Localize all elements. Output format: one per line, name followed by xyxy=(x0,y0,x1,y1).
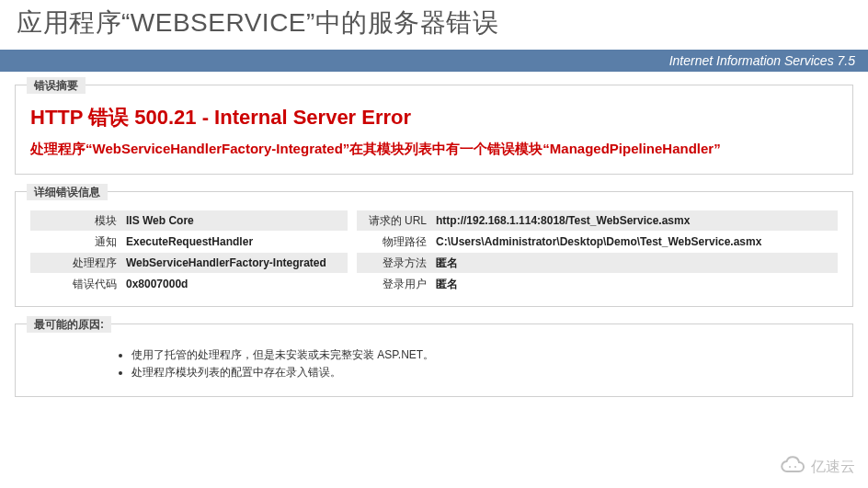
kv-value: ExecuteRequestHandler xyxy=(122,232,348,252)
page-title: 应用程序“WEBSERVICE”中的服务器错误 xyxy=(17,6,851,40)
list-item: 处理程序模块列表的配置中存在录入错误。 xyxy=(131,364,838,381)
error-subtitle: 处理程序“WebServiceHandlerFactory-Integrated… xyxy=(30,139,838,159)
kv-row-notification: 通知 ExecuteRequestHandler xyxy=(30,232,348,252)
kv-value: C:\Users\Administrator\Desktop\Demo\Test… xyxy=(432,232,838,252)
causes-list: 使用了托管的处理程序，但是未安装或未完整安装 ASP.NET。 处理程序模块列表… xyxy=(30,346,838,381)
error-summary-legend: 错误摘要 xyxy=(27,77,86,94)
kv-label: 请求的 URL xyxy=(357,210,432,231)
kv-row-request-url: 请求的 URL http://192.168.1.114:8018/Test_W… xyxy=(357,210,838,231)
likely-causes-legend: 最可能的原因: xyxy=(27,316,111,333)
likely-causes-panel: 最可能的原因: 使用了托管的处理程序，但是未安装或未完整安装 ASP.NET。 … xyxy=(15,323,853,397)
kv-value: http://192.168.1.114:8018/Test_WebServic… xyxy=(432,210,838,231)
page-title-bar: 应用程序“WEBSERVICE”中的服务器错误 xyxy=(0,0,868,50)
kv-value: 匿名 xyxy=(432,274,838,294)
detail-column-right: 请求的 URL http://192.168.1.114:8018/Test_W… xyxy=(357,210,838,295)
kv-row-module: 模块 IIS Web Core xyxy=(30,210,348,231)
kv-label: 登录方法 xyxy=(357,253,432,273)
kv-value: WebServiceHandlerFactory-Integrated xyxy=(122,253,348,273)
kv-row-login-user: 登录用户 匿名 xyxy=(357,274,838,294)
kv-label: 模块 xyxy=(30,210,122,231)
kv-row-handler: 处理程序 WebServiceHandlerFactory-Integrated xyxy=(30,253,348,273)
error-title: HTTP 错误 500.21 - Internal Server Error xyxy=(30,104,838,131)
kv-label: 登录用户 xyxy=(357,274,432,294)
kv-label: 物理路径 xyxy=(357,232,432,252)
kv-label: 通知 xyxy=(30,232,122,252)
list-item: 使用了托管的处理程序，但是未安装或未完整安装 ASP.NET。 xyxy=(131,346,838,364)
kv-row-physical-path: 物理路径 C:\Users\Administrator\Desktop\Demo… xyxy=(357,232,838,252)
detailed-error-panel: 详细错误信息 模块 IIS Web Core 通知 ExecuteRequest… xyxy=(15,191,853,307)
detail-columns: 模块 IIS Web Core 通知 ExecuteRequestHandler… xyxy=(30,210,838,295)
kv-row-login-method: 登录方法 匿名 xyxy=(357,253,838,273)
detail-column-left: 模块 IIS Web Core 通知 ExecuteRequestHandler… xyxy=(30,210,348,295)
detailed-error-legend: 详细错误信息 xyxy=(27,184,108,200)
kv-value: 0x8007000d xyxy=(122,274,348,294)
content-area: 错误摘要 HTTP 错误 500.21 - Internal Server Er… xyxy=(0,72,868,397)
kv-row-errorcode: 错误代码 0x8007000d xyxy=(30,274,348,294)
iis-banner: Internet Information Services 7.5 xyxy=(0,50,868,72)
kv-value: 匿名 xyxy=(432,253,838,273)
kv-value: IIS Web Core xyxy=(122,210,348,231)
kv-label: 错误代码 xyxy=(30,274,122,294)
error-summary-panel: 错误摘要 HTTP 错误 500.21 - Internal Server Er… xyxy=(15,85,853,175)
kv-label: 处理程序 xyxy=(30,253,122,273)
